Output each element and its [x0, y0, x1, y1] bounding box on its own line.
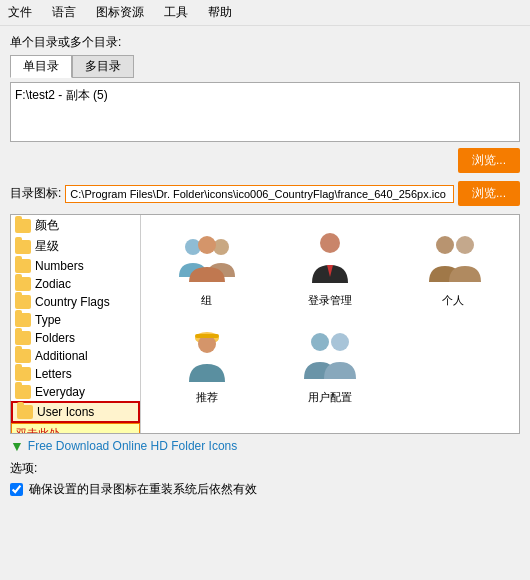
sidebar-item-letters[interactable]: Letters — [11, 365, 140, 383]
folder-icon — [15, 259, 31, 273]
browse-row: 浏览... — [10, 148, 520, 173]
sidebar-item-user-icons[interactable]: User Icons — [11, 401, 140, 423]
icon-panel: 颜色 星级 Numbers Zodiac Country Flags Type — [10, 214, 520, 434]
sidebar-label-folders: Folders — [35, 331, 75, 345]
sidebar-label-type: Type — [35, 313, 61, 327]
menu-language[interactable]: 语言 — [48, 2, 80, 23]
sidebar-item-star[interactable]: 星级 — [11, 236, 140, 257]
sidebar-label-everyday: Everyday — [35, 385, 85, 399]
group-icon-svg — [175, 227, 239, 291]
folder-icon — [15, 277, 31, 291]
icon-login-admin-label: 登录管理 — [308, 293, 352, 308]
dblclick-hint: 双击此处 — [11, 423, 140, 433]
svg-point-10 — [331, 333, 349, 351]
menu-file[interactable]: 文件 — [4, 2, 36, 23]
sidebar-item-type[interactable]: Type — [11, 311, 140, 329]
icon-group-label: 组 — [201, 293, 212, 308]
sidebar-label-country-flags: Country Flags — [35, 295, 110, 309]
folder-icon — [15, 349, 31, 363]
sidebar-label-numbers: Numbers — [35, 259, 84, 273]
user-config-icon-svg — [298, 324, 362, 388]
option-label-1: 确保设置的目录图标在重装系统后依然有效 — [29, 481, 257, 498]
folder-icon — [15, 367, 31, 381]
browse-button-1[interactable]: 浏览... — [458, 148, 520, 173]
dir-input-box[interactable]: F:\test2 - 副本 (5) — [10, 82, 520, 142]
sidebar-label-user-icons: User Icons — [37, 405, 94, 419]
menu-icon-resources[interactable]: 图标资源 — [92, 2, 148, 23]
dir-value: F:\test2 - 副本 (5) — [15, 88, 108, 102]
menubar: 文件 语言 图标资源 工具 帮助 — [0, 0, 530, 26]
icon-group[interactable]: 组 — [149, 223, 264, 312]
icon-path-label: 目录图标: — [10, 185, 61, 202]
options-label: 选项: — [10, 460, 520, 477]
icon-user-config-label: 用户配置 — [308, 390, 352, 405]
sidebar-item-country-flags[interactable]: Country Flags — [11, 293, 140, 311]
sidebar-item-numbers[interactable]: Numbers — [11, 257, 140, 275]
browse-button-2[interactable]: 浏览... — [458, 181, 520, 206]
svg-rect-8 — [195, 334, 219, 338]
svg-point-3 — [320, 233, 340, 253]
sidebar-label-zodiac: Zodiac — [35, 277, 71, 291]
icon-user-config[interactable]: 用户配置 — [272, 320, 387, 409]
tab-single-dir[interactable]: 单目录 — [10, 55, 72, 78]
folder-icon — [15, 385, 31, 399]
folder-icon — [15, 295, 31, 309]
icons-area: 组 登录管理 — [141, 215, 519, 433]
option-checkbox-1[interactable] — [10, 483, 23, 496]
download-icon: ▼ — [10, 438, 24, 454]
sidebar-label-letters: Letters — [35, 367, 72, 381]
icon-login-admin[interactable]: 登录管理 — [272, 223, 387, 312]
icon-path-input[interactable] — [65, 185, 454, 203]
menu-tools[interactable]: 工具 — [160, 2, 192, 23]
icon-personal-label: 个人 — [442, 293, 464, 308]
option-item-1: 确保设置的目录图标在重装系统后依然有效 — [10, 481, 520, 498]
login-admin-icon-svg — [298, 227, 362, 291]
menu-help[interactable]: 帮助 — [204, 2, 236, 23]
svg-point-5 — [456, 236, 474, 254]
options-section: 选项: 确保设置的目录图标在重装系统后依然有效 — [10, 460, 520, 498]
download-text: Free Download Online HD Folder Icons — [28, 439, 237, 453]
download-link[interactable]: ▼ Free Download Online HD Folder Icons — [10, 438, 520, 454]
tab-multi-dir[interactable]: 多目录 — [72, 55, 134, 78]
personal-icon-svg — [421, 227, 485, 291]
svg-point-9 — [311, 333, 329, 351]
dir-icon-row: 目录图标: 浏览... — [10, 181, 520, 206]
svg-point-2 — [198, 236, 216, 254]
sidebar-item-zodiac[interactable]: Zodiac — [11, 275, 140, 293]
icon-personal[interactable]: 个人 — [396, 223, 511, 312]
svg-point-4 — [436, 236, 454, 254]
folder-icon — [15, 240, 31, 254]
sidebar-label-additional: Additional — [35, 349, 88, 363]
recommend-icon-svg — [175, 324, 239, 388]
folder-icon — [15, 313, 31, 327]
icon-recommend-label: 推荐 — [196, 390, 218, 405]
sidebar-item-additional[interactable]: Additional — [11, 347, 140, 365]
icons-grid: 组 登录管理 — [149, 223, 511, 409]
sidebar-item-everyday[interactable]: Everyday — [11, 383, 140, 401]
folder-icon — [15, 331, 31, 345]
category-sidebar: 颜色 星级 Numbers Zodiac Country Flags Type — [11, 215, 141, 433]
dir-section-label: 单个目录或多个目录: — [10, 34, 520, 51]
folder-icon — [17, 405, 33, 419]
sidebar-label-star: 星级 — [35, 238, 59, 255]
sidebar-item-folders[interactable]: Folders — [11, 329, 140, 347]
sidebar-label-color: 颜色 — [35, 217, 59, 234]
icon-recommend[interactable]: 推荐 — [149, 320, 264, 409]
tab-bar: 单目录 多目录 — [10, 55, 520, 78]
sidebar-item-color[interactable]: 颜色 — [11, 215, 140, 236]
folder-icon — [15, 219, 31, 233]
